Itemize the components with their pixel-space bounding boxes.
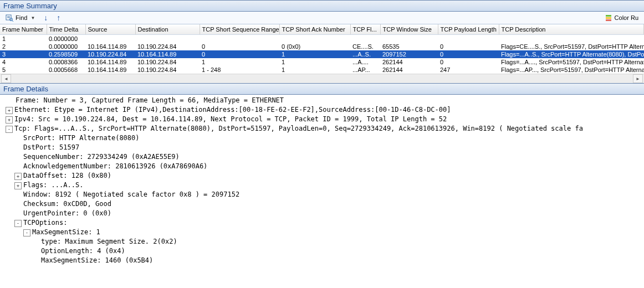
table-cell: 0.0000000 — [47, 35, 85, 43]
tree-mss-type[interactable]: type: Maximum Segment Size. 2(0x2) — [41, 237, 177, 246]
table-cell — [438, 35, 499, 43]
expand-icon[interactable]: + — [6, 116, 13, 124]
table-cell: ...A..S. — [350, 50, 380, 58]
table-cell: 0.0005668 — [47, 66, 85, 74]
scroll-left-button[interactable]: ◄ — [1, 74, 11, 83]
table-header-row: Frame Number Time Delta Source Destinati… — [0, 24, 644, 35]
col-source[interactable]: Source — [85, 24, 135, 35]
arrow-up-icon: ↑ — [57, 14, 60, 22]
expand-icon[interactable]: + — [14, 173, 22, 180]
col-frame-number[interactable]: Frame Number — [0, 24, 47, 35]
tree-mss-optlen[interactable]: OptionLength: 4 (0x4) — [41, 246, 125, 256]
table-cell: 0 — [200, 50, 279, 58]
frame-summary-title: Frame Summary — [3, 2, 57, 10]
col-short-seq[interactable]: TCP Short Sequence Range — [200, 24, 279, 35]
tree-frame[interactable]: Frame: Number = 3, Captured Frame Length… — [16, 96, 284, 105]
color-rules-button[interactable]: Color Ru — [601, 13, 642, 23]
tree-checksum[interactable]: Checksum: 0xCD0D, Good — [23, 199, 111, 209]
find-icon — [6, 14, 13, 22]
table-cell: 65535 — [380, 43, 438, 50]
table-cell: Flags=CE....S., SrcPort=51597, DstPort=H… — [499, 43, 644, 50]
go-down-button[interactable]: ↓ — [40, 13, 51, 23]
table-cell: 1 — [200, 58, 279, 66]
table-cell: 10.164.114.89 — [85, 66, 135, 74]
summary-toolbar: Find ▼ ↓ ↑ Color Ru — [0, 12, 644, 24]
tree-seqnum[interactable]: SequenceNumber: 2729334249 (0xA2AE55E9) — [23, 152, 180, 162]
scroll-right-button[interactable]: ► — [633, 74, 643, 83]
col-payload[interactable]: TCP Payload Length — [438, 24, 499, 35]
table-cell — [499, 35, 644, 43]
find-button[interactable]: Find ▼ — [2, 13, 38, 23]
frame-details-tree[interactable]: Frame: Number = 3, Captured Frame Length… — [0, 95, 644, 270]
col-flags[interactable]: TCP Fl... — [350, 24, 380, 35]
table-row[interactable]: 10.0000000 — [0, 35, 644, 43]
table-cell: 3 — [0, 50, 47, 58]
table-cell: Flags=...AP..., SrcPort=51597, DstPort=H… — [499, 66, 644, 74]
frame-table[interactable]: Frame Number Time Delta Source Destinati… — [0, 24, 644, 74]
table-cell: 10.164.114.89 — [135, 50, 200, 58]
expand-icon[interactable]: + — [6, 107, 13, 114]
color-rules-label: Color Ru — [615, 14, 638, 21]
table-cell: Flags=...A...., SrcPort=51597, DstPort=H… — [499, 58, 644, 66]
table-cell — [380, 35, 438, 43]
table-cell — [85, 35, 135, 43]
tree-dstport[interactable]: DstPort: 51597 — [23, 143, 79, 152]
frame-details-header: Frame Details — [0, 83, 644, 95]
frame-summary-header: Frame Summary — [0, 0, 644, 12]
svg-line-4 — [12, 20, 13, 22]
table-row[interactable]: 50.000566810.164.114.8910.190.224.841 - … — [0, 66, 644, 74]
col-description[interactable]: TCP Description — [499, 24, 644, 35]
go-up-button[interactable]: ↑ — [53, 13, 64, 23]
table-cell — [200, 35, 279, 43]
tree-srcport[interactable]: SrcPort: HTTP Alternate(8080) — [23, 133, 140, 143]
table-cell: ...A.... — [350, 58, 380, 66]
horizontal-scrollbar[interactable]: ◄ ► — [0, 74, 644, 83]
svg-rect-7 — [606, 19, 611, 21]
table-cell: 0 — [438, 58, 499, 66]
table-cell: 2097152 — [380, 50, 438, 58]
tree-mss-val[interactable]: MaxSegmentSize: 1460 (0x5B4) — [41, 256, 153, 265]
table-cell: Flags=...A..S., SrcPort=HTTP Alternate(8… — [499, 50, 644, 58]
tree-tcpoptions[interactable]: TCPOptions: — [23, 218, 67, 228]
table-cell: 0.2598509 — [47, 50, 85, 58]
table-cell: 2 — [0, 43, 47, 50]
col-destination[interactable]: Destination — [135, 24, 200, 35]
tree-dataoffset[interactable]: DataOffset: 128 (0x80) — [23, 171, 111, 181]
col-time-delta[interactable]: Time Delta — [47, 24, 85, 35]
tree-tcp[interactable]: Tcp: Flags=...A..S., SrcPort=HTTP Altern… — [14, 124, 583, 133]
tree-ipv4[interactable]: Ipv4: Src = 10.190.224.84, Dest = 10.164… — [14, 115, 447, 124]
table-cell: 0 — [200, 43, 279, 50]
collapse-icon[interactable]: - — [14, 220, 22, 227]
tree-mss[interactable]: MaxSegmentSize: 1 — [32, 228, 100, 237]
frame-details-title: Frame Details — [3, 85, 48, 93]
collapse-icon[interactable]: - — [23, 229, 30, 236]
expand-icon[interactable]: + — [14, 182, 22, 189]
table-cell: 0.0000000 — [47, 43, 85, 50]
tree-acknum[interactable]: AcknowledgementNumber: 2810613926 (0xA78… — [23, 162, 207, 171]
table-cell: 0.0008366 — [47, 58, 85, 66]
col-window[interactable]: TCP Window Size — [380, 24, 438, 35]
collapse-icon[interactable]: - — [6, 126, 13, 133]
col-short-ack[interactable]: TCP Short Ack Number — [279, 24, 350, 35]
tree-flags[interactable]: Flags: ...A..S. — [23, 181, 83, 190]
table-cell: 10.190.224.84 — [135, 43, 200, 50]
tree-window[interactable]: Window: 8192 ( Negotiated scale factor 0… — [23, 190, 239, 199]
table-row[interactable]: 40.000836610.164.114.8910.190.224.8411..… — [0, 58, 644, 66]
table-cell: 262144 — [380, 66, 438, 74]
tree-urgent[interactable]: UrgentPointer: 0 (0x0) — [23, 209, 111, 218]
table-cell: ...AP... — [350, 66, 380, 74]
tree-ethernet[interactable]: Ethernet: Etype = Internet IP (IPv4),Des… — [14, 105, 451, 115]
table-row[interactable]: 30.259850910.190.224.8410.164.114.8901..… — [0, 50, 644, 58]
arrow-down-icon: ↓ — [44, 14, 48, 22]
table-cell: 5 — [0, 66, 47, 74]
table-cell: 1 — [0, 35, 47, 43]
table-row[interactable]: 20.000000010.164.114.8910.190.224.8400 (… — [0, 43, 644, 50]
table-cell — [350, 35, 380, 43]
table-cell: 1 - 248 — [200, 66, 279, 74]
table-cell: 10.190.224.84 — [135, 66, 200, 74]
table-cell: 262144 — [380, 58, 438, 66]
table-cell: 1 — [279, 66, 350, 74]
frame-table-wrap: Frame Number Time Delta Source Destinati… — [0, 24, 644, 74]
find-label: Find — [16, 14, 27, 21]
table-cell: 10.164.114.89 — [85, 58, 135, 66]
